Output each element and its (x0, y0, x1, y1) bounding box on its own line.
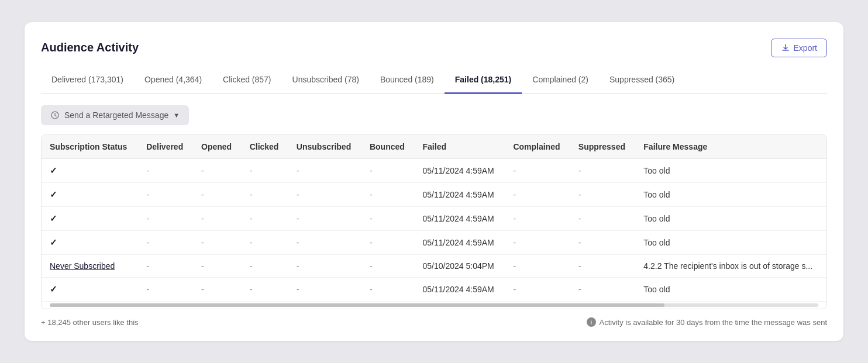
cell-bounced: - (361, 207, 415, 231)
cell-opened: - (193, 278, 242, 302)
checkmark-icon: ✓ (50, 189, 57, 199)
other-users-label: + 18,245 other users like this (41, 318, 139, 327)
cell-suppressed: - (570, 183, 635, 207)
dash-value: - (513, 166, 516, 175)
cell-opened: - (193, 159, 242, 183)
col-header-bounced: Bounced (361, 135, 415, 159)
dash-value: - (146, 166, 149, 175)
cell-delivered: - (138, 207, 193, 231)
cell-unsubscribed: - (288, 183, 361, 207)
tab-7[interactable]: Suppressed (365) (599, 69, 685, 94)
table-row: ✓-----05/11/2024 4:59AM--Too old (42, 207, 826, 231)
col-header-opened: Opened (193, 135, 242, 159)
cell-subscription_status: ✓ (42, 278, 138, 302)
scrollbar-thumb[interactable] (50, 303, 664, 307)
footer-note: i Activity is available for 30 days from… (587, 317, 827, 327)
col-header-unsubscribed: Unsubscribed (288, 135, 361, 159)
tab-5[interactable]: Failed (18,251) (445, 69, 522, 94)
cell-failure_message: Too old (635, 231, 826, 255)
dash-value: - (578, 190, 581, 199)
toolbar: Send a Retargeted Message ▼ (41, 105, 827, 125)
scrollbar-cell[interactable] (42, 302, 826, 309)
cell-clicked: - (242, 231, 288, 255)
col-header-complained: Complained (505, 135, 570, 159)
cell-failure_message: Too old (635, 207, 826, 231)
dash-value: - (201, 261, 204, 271)
dropdown-arrow-icon: ▼ (173, 112, 180, 119)
retarget-button[interactable]: Send a Retargeted Message ▼ (41, 105, 189, 125)
cell-bounced: - (361, 255, 415, 278)
dash-value: - (578, 261, 581, 271)
never-subscribed-link[interactable]: Never Subscribed (50, 261, 115, 271)
tab-0[interactable]: Delivered (173,301) (41, 69, 134, 94)
cell-clicked: - (242, 159, 288, 183)
cell-suppressed: - (570, 278, 635, 302)
tab-1[interactable]: Opened (4,364) (134, 69, 212, 94)
dash-value: - (297, 214, 299, 223)
dash-value: - (370, 214, 373, 223)
dash-value: - (250, 166, 253, 175)
cell-clicked: - (242, 255, 288, 278)
dash-value: - (513, 190, 516, 199)
col-header-subscription-status: Subscription Status (42, 135, 138, 159)
dash-value: - (513, 285, 516, 294)
dash-value: - (297, 238, 299, 247)
dash-value: - (297, 261, 299, 271)
dash-value: - (297, 285, 299, 294)
cell-complained: - (505, 278, 570, 302)
cell-delivered: - (138, 255, 193, 278)
checkmark-icon: ✓ (50, 213, 57, 223)
dash-value: - (370, 166, 373, 175)
cell-subscription_status: ✓ (42, 231, 138, 255)
table-row: ✓-----05/11/2024 4:59AM--Too old (42, 159, 826, 183)
col-header-delivered: Delivered (138, 135, 193, 159)
dash-value: - (146, 190, 149, 199)
cell-unsubscribed: - (288, 207, 361, 231)
cell-subscription_status: ✓ (42, 183, 138, 207)
cell-bounced: - (361, 159, 415, 183)
dash-value: - (250, 261, 253, 271)
tabs-bar: Delivered (173,301)Opened (4,364)Clicked… (41, 69, 827, 94)
audience-activity-card: Audience Activity Export Delivered (173,… (25, 22, 843, 341)
cell-suppressed: - (570, 207, 635, 231)
cell-complained: - (505, 255, 570, 278)
tab-2[interactable]: Clicked (857) (212, 69, 281, 94)
dash-value: - (370, 261, 373, 271)
cell-bounced: - (361, 231, 415, 255)
table-body: ✓-----05/11/2024 4:59AM--Too old✓-----05… (42, 159, 826, 309)
cell-complained: - (505, 207, 570, 231)
cell-failed: 05/11/2024 4:59AM (415, 159, 505, 183)
cell-complained: - (505, 183, 570, 207)
dash-value: - (578, 285, 581, 294)
cell-subscription_status[interactable]: Never Subscribed (42, 255, 138, 278)
dash-value: - (250, 190, 253, 199)
cell-failure_message: Too old (635, 183, 826, 207)
cell-failed: 05/11/2024 4:59AM (415, 183, 505, 207)
scrollbar-track[interactable] (50, 303, 818, 307)
cell-delivered: - (138, 183, 193, 207)
footer: + 18,245 other users like this i Activit… (41, 317, 827, 327)
cell-subscription_status: ✓ (42, 159, 138, 183)
audience-table: Subscription StatusDeliveredOpenedClicke… (42, 135, 826, 309)
cell-suppressed: - (570, 231, 635, 255)
dash-value: - (513, 238, 516, 247)
export-button[interactable]: Export (771, 39, 827, 57)
tab-6[interactable]: Complained (2) (522, 69, 599, 94)
cell-unsubscribed: - (288, 255, 361, 278)
cell-bounced: - (361, 278, 415, 302)
checkmark-icon: ✓ (50, 237, 57, 247)
dash-value: - (578, 238, 581, 247)
cell-clicked: - (242, 278, 288, 302)
table-header-row: Subscription StatusDeliveredOpenedClicke… (42, 135, 826, 159)
dash-value: - (250, 214, 253, 223)
cell-delivered: - (138, 231, 193, 255)
dash-value: - (513, 214, 516, 223)
table-row: ✓-----05/11/2024 4:59AM--Too old (42, 231, 826, 255)
tab-4[interactable]: Bounced (189) (370, 69, 445, 94)
col-header-clicked: Clicked (242, 135, 288, 159)
tab-3[interactable]: Unsubscribed (78) (282, 69, 370, 94)
dash-value: - (297, 190, 299, 199)
cell-delivered: - (138, 159, 193, 183)
cell-suppressed: - (570, 159, 635, 183)
dash-value: - (146, 285, 149, 294)
